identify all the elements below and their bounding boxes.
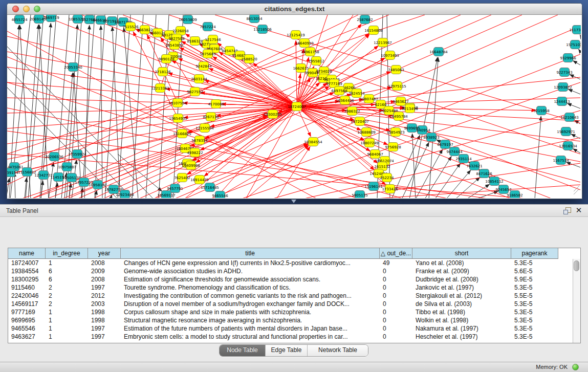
table-row[interactable]: 1830029562008Estimation of significance … [8,275,558,283]
column-header[interactable]: pagerank [511,248,558,259]
table-row[interactable]: 1938455462009Genome-wide association stu… [8,267,558,275]
column-header[interactable]: name [8,248,46,259]
tab-node-table[interactable]: Node Table [220,345,266,356]
node-label: 10807487 [360,97,378,101]
table-cell: 1997 [88,324,121,333]
graph-node[interactable]: 10854112 [485,177,504,186]
graph-node[interactable]: 17016534 [559,142,577,150]
graph-node[interactable]: 7632621 [466,162,482,170]
graph-node[interactable]: 9186582 [507,191,522,199]
table-row[interactable]: 1456911722003Disruption of a novel membe… [8,300,558,308]
graph-node[interactable]: 12975115 [388,82,406,91]
table-panel-title: Table Panel [6,205,38,217]
resize-grip[interactable] [574,186,579,194]
graph-node[interactable]: 16053809 [179,15,197,24]
graph-node[interactable]: 10975887 [58,163,76,171]
memory-status-indicator[interactable] [572,364,579,370]
float-panel-icon[interactable] [563,207,571,214]
graph-node[interactable]: 16210643 [560,113,579,122]
table-cell: Estimation of the future numbers of pati… [121,324,380,333]
table-row[interactable]: 2242004622012Investigating the contribut… [8,292,558,300]
graph-node[interactable]: 9242844 [195,62,212,71]
status-bar: Memory: OK [0,362,588,372]
graph-node[interactable]: 2718126 [155,68,171,76]
graph-node[interactable]: 10973493 [381,51,399,60]
graph-node[interactable]: 10807487 [360,95,378,103]
graph-node[interactable]: 9465546 [212,191,228,199]
graph-node[interactable]: 16154808 [364,26,383,35]
graph-node[interactable]: 20206536 [45,152,63,161]
graph-node[interactable]: 10688609 [357,128,376,137]
column-header[interactable]: △ out_de... [380,248,412,259]
node-label: 1217546 [205,38,221,42]
graph-node[interactable]: 8813054 [246,15,263,23]
node-label: 16543812 [165,43,184,48]
node-label: 18807249 [360,141,379,145]
network-window[interactable]: citations_edges.txt 40557242069140626697… [7,3,582,199]
node-label: 15716485 [201,186,219,190]
table-cell: 5.3E-5 [511,308,558,316]
graph-node[interactable]: 12093872 [554,83,572,92]
graph-node[interactable]: 9227343 [556,68,572,77]
graph-edge [276,146,310,198]
node-label: 9463627 [393,100,408,104]
graph-node[interactable]: 12125419 [287,31,305,39]
table-row[interactable]: 1872400712008Changes of HCN gene express… [8,259,558,267]
graph-node[interactable]: 1167534 [553,156,569,165]
network-canvas[interactable]: 4055724206914062669719108532871327602646… [7,15,581,198]
graph-node[interactable]: 12213363 [151,84,169,93]
graph-node[interactable]: 9329966 [560,54,576,62]
graph-node[interactable]: 5905135 [352,191,367,199]
graph-node[interactable]: 4055724 [11,15,28,24]
graph-node[interactable]: 20053340 [64,63,82,72]
table-cell: 2008 [88,275,121,283]
tab-network-table[interactable]: Network Table [308,345,368,356]
graph-node[interactable]: 7625402 [174,173,190,182]
column-header[interactable]: title [121,248,380,259]
table-cell: 5.6E-5 [511,267,558,275]
table-cell: 5.3E-5 [511,324,558,333]
node-label: 7485063 [388,68,404,72]
table-row[interactable]: 946554611997Estimation of the future num… [8,324,558,333]
node-label: 1117304 [569,28,581,32]
table-cell: 0 [380,308,412,316]
graph-node[interactable]: 4170086 [208,100,224,108]
table-cell: Investigating the contribution of common… [121,292,380,300]
graph-node[interactable]: 16640910 [295,39,314,48]
node-table[interactable]: namein_degreeyeartitle△ out_de...shortpa… [8,248,581,343]
graph-node[interactable]: 15751074 [566,40,581,49]
graph-node[interactable]: 16914479 [190,176,209,184]
close-panel-icon[interactable]: ✕ [575,206,583,215]
table-cell: Nakamura et al. (1997) [412,324,511,333]
graph-node[interactable]: 9756928 [385,143,401,151]
graph-node[interactable]: 1117304 [569,26,581,34]
column-header[interactable]: in_degree [46,248,88,259]
pane-resize-handle[interactable] [291,200,296,203]
column-header[interactable]: year [88,248,121,259]
network-window-titlebar[interactable]: citations_edges.txt [7,4,582,15]
graph-node[interactable]: 9245652 [495,185,511,194]
graph-node[interactable]: 7857224 [200,23,216,31]
node-label: 10975887 [58,165,76,169]
node-label: 19654935 [169,117,187,121]
scrollbar-thumb[interactable] [574,260,579,271]
node-label: 15720407 [351,120,369,124]
tab-edge-table[interactable]: Edge Table [266,345,308,356]
column-header[interactable]: short [412,248,511,259]
memory-status-label: Memory: OK [536,362,568,372]
table-row[interactable]: 977716911998Corpus callosum shape and si… [8,308,558,316]
table-row[interactable]: 911546021997Tourette syndrome. Phenomeno… [8,283,558,292]
graph-node[interactable]: 18107554 [168,99,187,107]
vertical-scrollbar[interactable] [573,259,580,343]
table-panel-titlebar[interactable]: Table Panel ✕ [0,204,588,217]
graph-node[interactable]: 252234 [380,173,394,182]
table-cell: 0 [380,316,412,324]
graph-node[interactable]: 9827552 [187,87,203,96]
graph-node[interactable]: 7955812 [308,57,324,65]
node-label: 10688609 [357,130,376,135]
graph-node[interactable]: 2603144 [191,75,207,83]
table-cell: 1998 [88,316,121,324]
table-row[interactable]: 969969511998Structural magnetic resonanc… [8,316,558,324]
table-row[interactable]: 946362711997Embryonic stem cells: a mode… [8,333,558,341]
graph-node[interactable]: 13218506 [253,25,272,34]
